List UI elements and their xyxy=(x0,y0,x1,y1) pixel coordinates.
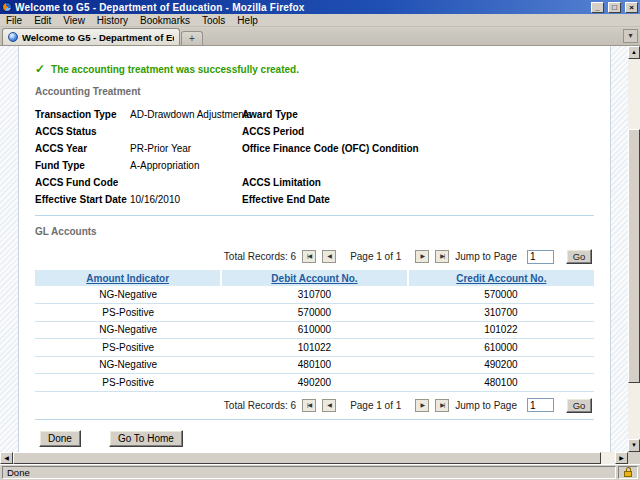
next-page-button[interactable]: ▶ xyxy=(415,399,429,412)
jump-to-page-input[interactable] xyxy=(527,398,554,412)
field-value xyxy=(460,143,594,154)
cell-amount-indicator: NG-Negative xyxy=(35,356,221,374)
menu-view[interactable]: View xyxy=(57,14,91,27)
tab-favicon-icon xyxy=(8,32,18,42)
tab-title: Welcome to G5 - Department of Edu... xyxy=(22,32,174,43)
prev-page-button[interactable]: ◀ xyxy=(322,399,336,412)
scroll-right-icon[interactable]: ▶ xyxy=(615,452,628,464)
cell-debit-account: 610000 xyxy=(221,321,407,339)
cell-credit-account: 610000 xyxy=(408,339,594,357)
pagination-bottom: Total Records: 6 |◀ ◀ Page 1 of 1 ▶ ▶| J… xyxy=(35,398,592,413)
tab-active[interactable]: Welcome to G5 - Department of Edu... xyxy=(2,28,180,45)
cell-debit-account: 490200 xyxy=(221,374,407,392)
field-label: ACCS Year xyxy=(35,143,130,154)
field-label: Transaction Type xyxy=(35,109,130,120)
accounting-treatment-fields: Transaction Type AD-Drawdown Adjustments… xyxy=(35,109,594,205)
menu-help[interactable]: Help xyxy=(231,14,264,27)
field-label: Fund Type xyxy=(35,160,130,171)
window-titlebar: Welcome to G5 - Department of Education … xyxy=(0,0,640,14)
scroll-left-icon[interactable]: ◀ xyxy=(0,452,13,464)
cell-credit-account: 310700 xyxy=(408,304,594,322)
cell-amount-indicator: PS-Positive xyxy=(35,374,221,392)
field-value: 10/16/2010 xyxy=(130,194,242,205)
menu-file[interactable]: File xyxy=(0,14,28,27)
field-label: ACCS Period xyxy=(242,126,460,137)
cell-amount-indicator: NG-Negative xyxy=(35,286,221,304)
table-row: PS-Positive 490200 480100 xyxy=(35,374,594,392)
field-label: Office Finance Code (OFC) Condition xyxy=(242,143,460,154)
menu-bookmarks[interactable]: Bookmarks xyxy=(134,14,196,27)
field-value: AD-Drawdown Adjustments xyxy=(130,109,242,120)
success-message: ✓ The accounting treatment was successfu… xyxy=(35,62,594,76)
go-to-home-button[interactable]: Go To Home xyxy=(109,430,183,447)
prev-page-button[interactable]: ◀ xyxy=(322,250,336,263)
scrollbar-corner xyxy=(628,452,640,464)
total-records-label: Total Records: 6 xyxy=(224,400,296,411)
last-page-button[interactable]: ▶| xyxy=(435,399,449,412)
first-page-button[interactable]: |◀ xyxy=(302,250,316,263)
cell-debit-account: 480100 xyxy=(221,356,407,374)
table-row: NG-Negative 610000 101022 xyxy=(35,321,594,339)
first-page-button[interactable]: |◀ xyxy=(302,399,316,412)
jump-to-page-label: Jump to Page xyxy=(455,400,517,411)
section-divider xyxy=(35,215,594,216)
column-header-debit-account[interactable]: Debit Account No. xyxy=(221,270,407,286)
done-button[interactable]: Done xyxy=(39,430,81,447)
field-value xyxy=(460,126,594,137)
field-label: Effective End Date xyxy=(242,194,460,205)
table-header-row: Amount Indicator Debit Account No. Credi… xyxy=(35,270,594,286)
jump-to-page-input[interactable] xyxy=(527,250,554,264)
column-header-credit-account[interactable]: Credit Account No. xyxy=(408,270,594,286)
secure-lock-icon xyxy=(618,466,638,479)
table-row: NG-Negative 310700 570000 xyxy=(35,286,594,304)
vertical-scrollbar[interactable]: ▲ ▼ xyxy=(628,46,640,452)
jump-to-page-label: Jump to Page xyxy=(455,251,517,262)
vertical-scrollbar-thumb[interactable] xyxy=(628,129,640,383)
table-row: PS-Positive 101022 610000 xyxy=(35,339,594,357)
go-button[interactable]: Go xyxy=(566,249,592,264)
field-label: Award Type xyxy=(242,109,460,120)
horizontal-scrollbar-thumb[interactable] xyxy=(13,452,601,464)
new-tab-button[interactable]: + xyxy=(181,31,203,45)
field-value xyxy=(130,177,242,188)
field-label: Effective Start Date xyxy=(35,194,130,205)
last-page-button[interactable]: ▶| xyxy=(435,250,449,263)
cell-credit-account: 480100 xyxy=(408,374,594,392)
menu-tools[interactable]: Tools xyxy=(196,14,231,27)
content-panel: ✓ The accounting treatment was successfu… xyxy=(18,46,611,452)
menu-history[interactable]: History xyxy=(91,14,134,27)
cell-credit-account: 101022 xyxy=(408,321,594,339)
pagination-top: Total Records: 6 |◀ ◀ Page 1 of 1 ▶ ▶| J… xyxy=(35,249,592,264)
close-button[interactable]: × xyxy=(625,2,638,13)
menu-bar: File Edit View History Bookmarks Tools H… xyxy=(0,14,640,27)
scroll-down-icon[interactable]: ▼ xyxy=(628,439,640,452)
field-value xyxy=(460,194,594,205)
field-value: PR-Prior Year xyxy=(130,143,242,154)
action-buttons: Done Go To Home xyxy=(39,430,594,447)
button-divider xyxy=(35,419,594,420)
cell-debit-account: 570000 xyxy=(221,304,407,322)
gl-accounts-table: Amount Indicator Debit Account No. Credi… xyxy=(35,270,594,392)
field-value xyxy=(460,177,594,188)
field-label: ACCS Status xyxy=(35,126,130,137)
next-page-button[interactable]: ▶ xyxy=(415,250,429,263)
restore-button[interactable]: □ xyxy=(608,2,621,13)
field-label: ACCS Limitation xyxy=(242,177,460,188)
column-header-amount-indicator[interactable]: Amount Indicator xyxy=(35,270,221,286)
scroll-up-icon[interactable]: ▲ xyxy=(628,46,640,59)
cell-credit-account: 570000 xyxy=(408,286,594,304)
total-records-label: Total Records: 6 xyxy=(224,251,296,262)
field-value xyxy=(460,160,594,171)
status-text: Done xyxy=(2,466,616,479)
field-value xyxy=(130,126,242,137)
menu-edit[interactable]: Edit xyxy=(28,14,57,27)
minimize-button[interactable]: _ xyxy=(591,2,604,13)
horizontal-scrollbar[interactable]: ◀ ▶ xyxy=(0,452,628,464)
cell-debit-account: 310700 xyxy=(221,286,407,304)
section-title-gl-accounts: GL Accounts xyxy=(35,226,594,237)
tab-list-dropdown-icon[interactable]: ▾ xyxy=(623,29,638,43)
go-button[interactable]: Go xyxy=(566,398,592,413)
field-value: A-Appropriation xyxy=(130,160,242,171)
cell-amount-indicator: PS-Positive xyxy=(35,304,221,322)
field-value xyxy=(460,109,594,120)
